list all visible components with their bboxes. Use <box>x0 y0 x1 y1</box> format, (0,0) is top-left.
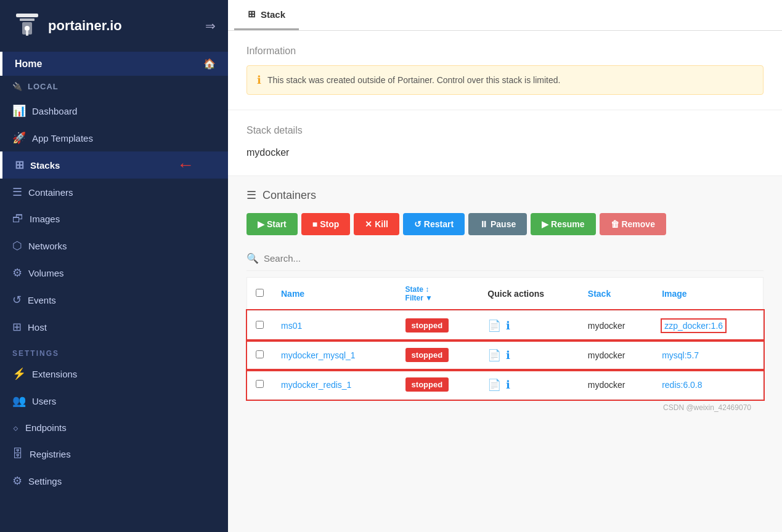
sidebar-item-settings[interactable]: ⚙ Settings <box>0 467 228 494</box>
container-image-redis[interactable]: redis:6.0.8 <box>653 370 763 400</box>
row-checkbox-redis[interactable] <box>256 380 264 388</box>
state-sort-label[interactable]: State ↕ <box>405 285 471 294</box>
sidebar-item-extensions[interactable]: ⚡ Extensions <box>0 360 228 387</box>
resume-button[interactable]: ▶ Resume <box>531 213 595 235</box>
sidebar-logo: portainer.io ⇒ <box>0 0 228 52</box>
sidebar-item-label-app-templates: App Templates <box>32 133 93 143</box>
sidebar-item-images[interactable]: 🗗 Images <box>0 206 228 232</box>
image-link-mysql[interactable]: mysql:5.7 <box>662 350 699 360</box>
svg-point-3 <box>25 26 30 31</box>
table-row: ms01 stopped 📄 ℹ mydocker <box>247 310 764 341</box>
start-button[interactable]: ▶ Start <box>246 213 298 235</box>
sidebar-item-app-templates[interactable]: 🚀 App Templates <box>0 124 228 151</box>
pause-button[interactable]: ⏸ Pause <box>468 213 527 235</box>
sidebar-item-registries[interactable]: 🗄 Registries <box>0 441 228 467</box>
stack-column-header[interactable]: Stack <box>579 278 653 311</box>
container-stack-ms01: mydocker <box>579 310 653 341</box>
sidebar-item-stacks[interactable]: ⊞ Stacks ← <box>0 151 228 179</box>
row-checkbox-cell-mysql[interactable] <box>247 341 273 370</box>
container-actions-ms01: 📄 ℹ <box>479 310 579 341</box>
logs-icon-ms01[interactable]: 📄 <box>487 319 501 332</box>
sidebar-item-networks[interactable]: ⬡ Networks <box>0 232 228 259</box>
sidebar-item-volumes[interactable]: ⚙ Volumes <box>0 259 228 286</box>
endpoints-icon: ⬦ <box>12 421 19 434</box>
state-column-header[interactable]: State ↕ Filter ▼ <box>397 278 479 311</box>
extensions-icon: ⚡ <box>12 367 26 381</box>
container-stack-redis: mydocker <box>579 370 653 400</box>
container-status-mysql: stopped <box>397 341 479 370</box>
logs-icon-redis[interactable]: 📄 <box>487 378 501 392</box>
settings-section-label: SETTINGS <box>0 341 228 360</box>
local-plug-icon: 🔌 <box>12 82 23 91</box>
name-header-label: Name <box>281 289 304 299</box>
kill-button[interactable]: ✕ Kill <box>354 213 399 235</box>
sidebar-item-label-registries: Registries <box>30 449 71 459</box>
app-templates-icon: 🚀 <box>12 131 26 145</box>
home-icon: 🏠 <box>203 58 216 70</box>
image-link-ms01[interactable]: zzp_docker:1.6 <box>662 320 725 332</box>
row-checkbox-cell-ms01[interactable] <box>247 310 273 341</box>
logs-icon-mysql[interactable]: 📄 <box>487 349 501 362</box>
events-icon: ↺ <box>12 293 22 307</box>
stack-name-value: mydocker <box>246 145 764 161</box>
sidebar-item-endpoints[interactable]: ⬦ Endpoints <box>0 414 228 441</box>
action-buttons: ▶ Start ■ Stop ✕ Kill ↺ Restart ⏸ Pause … <box>246 213 764 235</box>
sidebar-item-label-containers: Containers <box>28 187 73 198</box>
row-checkbox-mysql[interactable] <box>256 350 264 358</box>
remove-button[interactable]: 🗑 Remove <box>600 213 666 235</box>
quick-actions-column-header: Quick actions <box>479 278 579 311</box>
sidebar-item-events[interactable]: ↺ Events <box>0 286 228 313</box>
tab-stack[interactable]: ⊞ Stack <box>234 0 299 30</box>
container-image-mysql[interactable]: mysql:5.7 <box>653 341 763 370</box>
sidebar-item-label-host: Host <box>28 322 47 332</box>
info-icon-redis[interactable]: ℹ <box>506 378 510 392</box>
select-all-checkbox[interactable] <box>256 289 264 297</box>
tab-stack-icon: ⊞ <box>248 9 256 20</box>
name-column-header[interactable]: Name <box>272 278 397 311</box>
image-column-header[interactable]: Image <box>653 278 763 311</box>
container-link-ms01[interactable]: ms01 <box>281 321 302 331</box>
restart-button[interactable]: ↺ Restart <box>403 213 465 235</box>
image-link-redis[interactable]: redis:6.0.8 <box>662 380 702 390</box>
sidebar-item-label-events: Events <box>28 295 56 305</box>
container-name-ms01[interactable]: ms01 <box>272 310 397 341</box>
container-actions-mysql: 📄 ℹ <box>479 341 579 370</box>
sidebar-item-label-dashboard: Dashboard <box>32 106 77 116</box>
sidebar-item-label-networks: Networks <box>28 241 67 251</box>
select-all-header[interactable] <box>247 278 273 311</box>
sidebar-item-label-settings: Settings <box>28 476 62 486</box>
info-icon-mysql[interactable]: ℹ <box>506 349 510 362</box>
container-name-mysql[interactable]: mydocker_mysql_1 <box>272 341 397 370</box>
containers-icon: ☰ <box>12 185 22 199</box>
state-filter-label[interactable]: Filter ▼ <box>405 294 471 302</box>
container-actions-redis: 📄 ℹ <box>479 370 579 400</box>
container-link-redis[interactable]: mydocker_redis_1 <box>281 380 351 390</box>
row-checkbox-ms01[interactable] <box>256 321 264 329</box>
sidebar-item-users[interactable]: 👥 Users <box>0 387 228 414</box>
dashboard-icon: 📊 <box>12 104 26 118</box>
row-checkbox-cell-redis[interactable] <box>247 370 273 400</box>
svg-rect-1 <box>20 18 35 21</box>
tab-bar: ⊞ Stack <box>228 0 782 31</box>
settings-icon: ⚙ <box>12 474 22 488</box>
containers-table: Name State ↕ Filter ▼ Quic <box>246 277 764 400</box>
container-link-mysql[interactable]: mydocker_mysql_1 <box>281 350 356 360</box>
container-stack-mysql: mydocker <box>579 341 653 370</box>
search-input[interactable] <box>264 253 387 264</box>
search-icon: 🔍 <box>246 252 259 264</box>
sidebar-home[interactable]: Home 🏠 <box>0 52 228 76</box>
host-icon: ⊞ <box>12 320 22 334</box>
sidebar-toggle-icon[interactable]: ⇒ <box>205 18 216 33</box>
container-image-ms01[interactable]: zzp_docker:1.6 <box>653 310 763 341</box>
home-label: Home <box>15 58 42 70</box>
sidebar-item-dashboard[interactable]: 📊 Dashboard <box>0 97 228 124</box>
info-icon-ms01[interactable]: ℹ <box>506 319 510 332</box>
stop-button[interactable]: ■ Stop <box>301 213 350 235</box>
container-name-redis[interactable]: mydocker_redis_1 <box>272 370 397 400</box>
sidebar-item-containers[interactable]: ☰ Containers <box>0 179 228 206</box>
logo-text: portainer.io <box>48 18 122 34</box>
sidebar-item-label-endpoints: Endpoints <box>25 422 67 433</box>
sidebar-item-host[interactable]: ⊞ Host <box>0 313 228 341</box>
stacks-icon: ⊞ <box>15 158 24 172</box>
info-warning-icon: ℹ <box>257 73 261 87</box>
